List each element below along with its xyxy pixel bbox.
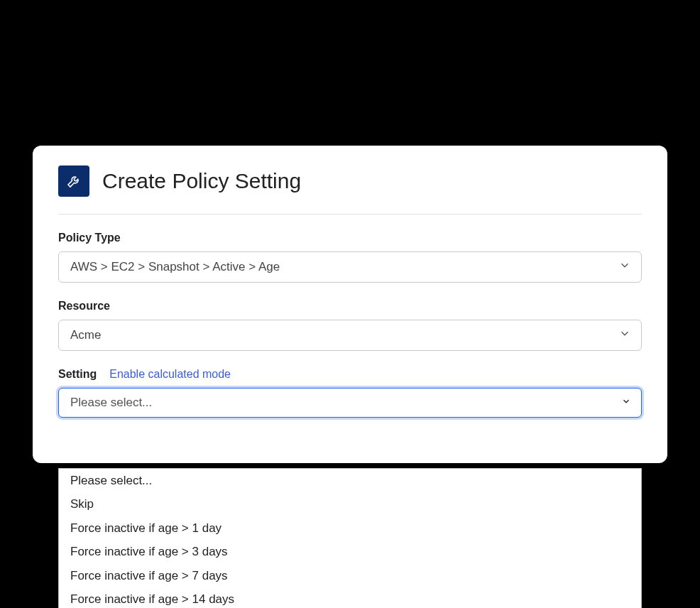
setting-option[interactable]: Skip (59, 492, 641, 516)
setting-option[interactable]: Force inactive if age > 14 days (59, 587, 641, 608)
setting-option[interactable]: Please select... (59, 469, 641, 493)
chevron-down-icon (618, 327, 631, 343)
setting-group: Setting Enable calculated mode Please se… (58, 368, 642, 418)
enable-calculated-mode-link[interactable]: Enable calculated mode (109, 368, 231, 381)
resource-label: Resource (58, 300, 642, 313)
resource-select[interactable]: Acme (58, 320, 642, 351)
page-header: Create Policy Setting (58, 165, 642, 215)
chevron-down-icon (621, 396, 631, 410)
policy-type-select[interactable]: AWS > EC2 > Snapshot > Active > Age (58, 251, 642, 283)
setting-label: Setting (58, 368, 97, 381)
wrench-icon (58, 165, 89, 197)
setting-select[interactable]: Please select... (58, 388, 642, 418)
page-title: Create Policy Setting (102, 169, 301, 193)
setting-option[interactable]: Force inactive if age > 3 days (59, 540, 641, 564)
chevron-down-icon (618, 259, 631, 275)
resource-group: Resource Acme (58, 300, 642, 351)
setting-dropdown[interactable]: Please select...SkipForce inactive if ag… (58, 468, 642, 609)
setting-value: Please select... (70, 396, 152, 410)
setting-option[interactable]: Force inactive if age > 7 days (59, 564, 641, 588)
policy-type-value: AWS > EC2 > Snapshot > Active > Age (70, 260, 280, 274)
policy-type-label: Policy Type (58, 232, 642, 244)
policy-type-group: Policy Type AWS > EC2 > Snapshot > Activ… (58, 232, 642, 283)
setting-option[interactable]: Force inactive if age > 1 day (59, 516, 641, 541)
resource-value: Acme (70, 328, 101, 342)
create-policy-panel: Create Policy Setting Policy Type AWS > … (33, 146, 667, 463)
